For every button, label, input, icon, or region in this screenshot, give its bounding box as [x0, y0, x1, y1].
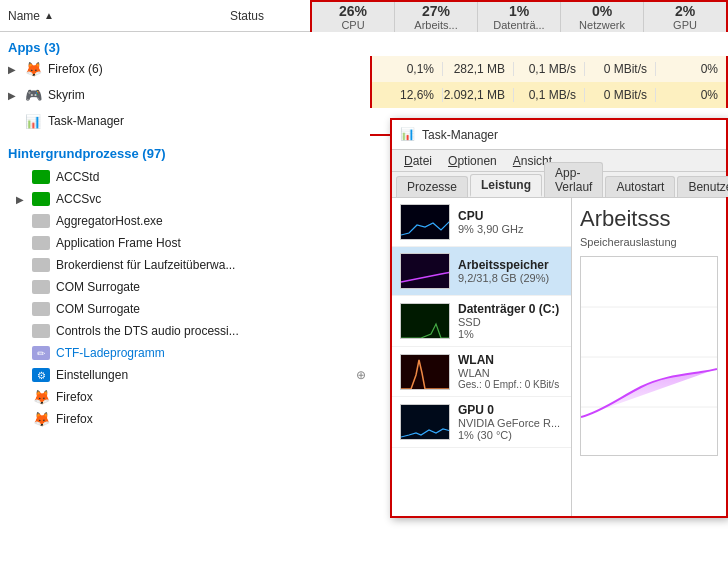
ff1-icon: 🦊 — [32, 388, 50, 406]
firefox-data-row: 0,1% 282,1 MB 0,1 MB/s 0 MBit/s 0% — [370, 56, 728, 82]
ctf-icon: ✏ — [32, 346, 50, 360]
accstd-icon — [32, 170, 50, 184]
svg-rect-0 — [403, 256, 449, 288]
net-pct: 0% — [592, 3, 612, 19]
bg-item-settings[interactable]: ⚙ Einstellungen ⊕ — [0, 364, 370, 386]
gpu-sub3: 1% (30 °C) — [458, 429, 563, 441]
tm-titlebar: 📊 Task-Manager — [392, 120, 726, 150]
cpu-header-col: 26% CPU — [312, 2, 395, 32]
cpu-perf-name: CPU — [458, 209, 563, 223]
tm-window-title: Task-Manager — [422, 128, 718, 142]
taskmanager-app-name: Task-Manager — [48, 114, 366, 128]
tab-benutzer[interactable]: Benutzer — [677, 176, 728, 197]
bg-items-list: ACCStd ▶ ACCSvc AggregatorHost.exe Appli… — [0, 166, 370, 430]
com2-name: COM Surrogate — [56, 302, 366, 316]
bg-item-firefox2[interactable]: 🦊 Firefox — [0, 408, 370, 430]
wlan-chart-thumb — [400, 354, 450, 390]
col-status-label: Status — [230, 9, 264, 23]
bg-item-dts[interactable]: Controls the DTS audio processi... — [0, 320, 370, 342]
perf-item-mem[interactable]: Arbeitsspeicher 9,2/31,8 GB (29%) — [392, 247, 571, 296]
firefox-app-name: Firefox (6) — [48, 62, 366, 76]
sort-arrow-icon: ▲ — [44, 10, 54, 21]
tab-autostart[interactable]: Autostart — [605, 176, 675, 197]
mem-chart-thumb — [400, 253, 450, 289]
bg-item-aggregator[interactable]: AggregatorHost.exe — [0, 210, 370, 232]
skyrim-gpu: 0% — [656, 88, 726, 102]
mem-label: Arbeits... — [414, 19, 457, 31]
tm-right-sub: Speicherauslastung — [580, 236, 718, 248]
tab-leistung[interactable]: Leistung — [470, 174, 542, 197]
disk-perf-sub2: SSD — [458, 316, 563, 328]
net-header-col: 0% Netzwerk — [561, 2, 644, 32]
tm-right-panel: Arbeitsss Speicherauslastung — [572, 198, 726, 516]
expand-dts — [16, 326, 32, 337]
tm-window-icon: 📊 — [400, 127, 416, 143]
perf-item-gpu[interactable]: GPU 0 NVIDIA GeForce R... 1% (30 °C) — [392, 397, 571, 448]
skyrim-net: 0 MBit/s — [585, 88, 656, 102]
disk-header-col: 1% Datenträ... — [478, 2, 561, 32]
expand-ctf — [16, 348, 32, 359]
menu-optionen[interactable]: Optionen — [440, 152, 505, 170]
perf-item-wlan[interactable]: WLAN WLAN Ges.: 0 Empf.: 0 KBit/s — [392, 347, 571, 397]
bg-item-com1[interactable]: COM Surrogate — [0, 276, 370, 298]
mem-perf-sub: 9,2/31,8 GB (29%) — [458, 272, 563, 284]
app-row-taskmanager[interactable]: 📊 Task-Manager — [0, 108, 370, 134]
expand-arrow-skyrim[interactable]: ▶ — [8, 90, 24, 101]
appframe-name: Application Frame Host — [56, 236, 366, 250]
com1-icon — [32, 280, 50, 294]
disk-chart-thumb — [400, 303, 450, 339]
col-status-header: Status — [230, 9, 310, 23]
bg-item-appframe[interactable]: Application Frame Host — [0, 232, 370, 254]
bg-item-com2[interactable]: COM Surrogate — [0, 298, 370, 320]
bg-item-ctf[interactable]: ✏ CTF-Ladeprogramm — [0, 342, 370, 364]
col-name-label: Name — [8, 9, 40, 23]
firefox-icon: 🦊 — [24, 60, 42, 78]
gpu-pct: 2% — [675, 3, 695, 19]
column-header-row: Name ▲ Status 26% CPU 27% Arbeits... 1% … — [0, 0, 728, 32]
net-label: Netzwerk — [579, 19, 625, 31]
ff1-name: Firefox — [56, 390, 366, 404]
perf-item-cpu[interactable]: CPU 9% 3,90 GHz — [392, 198, 571, 247]
mem-pct: 27% — [422, 3, 450, 19]
expand-settings — [16, 370, 32, 381]
wlan-perf-info: WLAN WLAN Ges.: 0 Empf.: 0 KBit/s — [458, 353, 563, 390]
skyrim-icon: 🎮 — [24, 86, 42, 104]
bg-item-firefox1[interactable]: 🦊 Firefox — [0, 386, 370, 408]
gpu-header-col: 2% GPU — [644, 2, 726, 32]
disk-perf-sub3: 1% — [458, 328, 563, 340]
com2-icon — [32, 302, 50, 316]
bg-group-label: Hintergrundprozesse (97) — [8, 146, 165, 161]
accsvc-icon — [32, 192, 50, 206]
gpu-chart-thumb — [400, 404, 450, 440]
expand-aggregator — [16, 216, 32, 227]
wlan-sub2: WLAN — [458, 367, 563, 379]
mem-header-col: 27% Arbeits... — [395, 2, 478, 32]
wlan-mini-chart — [401, 355, 450, 390]
apps-group-header: Apps (3) — [0, 32, 370, 59]
mem-graph-area — [580, 256, 718, 456]
bg-item-accstd[interactable]: ACCStd — [0, 166, 370, 188]
menu-datei[interactable]: Datei — [396, 152, 440, 170]
app-row-firefox[interactable]: ▶ 🦊 Firefox (6) — [0, 56, 370, 82]
firefox-net: 0 MBit/s — [585, 62, 656, 76]
perf-item-disk[interactable]: Datenträger 0 (C:) SSD 1% — [392, 296, 571, 347]
disk-perf-info: Datenträger 0 (C:) SSD 1% — [458, 302, 563, 340]
tab-appverlauf[interactable]: App-Verlauf — [544, 162, 603, 197]
aggregator-name: AggregatorHost.exe — [56, 214, 366, 228]
expand-accsvc[interactable]: ▶ — [16, 194, 32, 205]
bg-item-broker[interactable]: Brokerdienst für Laufzeitüberwa... — [0, 254, 370, 276]
skyrim-cpu: 12,6% — [372, 88, 443, 102]
app-row-skyrim[interactable]: ▶ 🎮 Skyrim — [0, 82, 370, 108]
bg-item-accsvc[interactable]: ▶ ACCSvc — [0, 188, 370, 210]
accstd-name: ACCStd — [56, 170, 366, 184]
skyrim-app-name: Skyrim — [48, 88, 366, 102]
com1-name: COM Surrogate — [56, 280, 366, 294]
tm-left-panel: CPU 9% 3,90 GHz Arbeitsspeicher 9,2/31,8… — [392, 198, 572, 516]
firefox-gpu: 0% — [656, 62, 726, 76]
firefox-mem: 282,1 MB — [443, 62, 514, 76]
tab-prozesse[interactable]: Prozesse — [396, 176, 468, 197]
gpu-perf-name: GPU 0 — [458, 403, 563, 417]
expand-arrow-firefox[interactable]: ▶ — [8, 64, 24, 75]
taskmanager-icon: 📊 — [24, 112, 42, 130]
cpu-pct: 26% — [339, 3, 367, 19]
